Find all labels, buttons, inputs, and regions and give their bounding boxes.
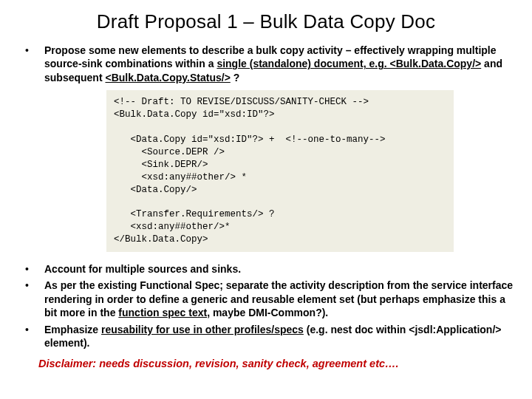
bullet4-u: reusability for use in other profiles/sp… <box>101 324 304 335</box>
bullet-text-post: ? <box>231 72 239 83</box>
bullet-item-reusability: Emphasize reusability for use in other p… <box>18 323 514 350</box>
bullet-text-u2: <Bulk.Data.Copy.Status/> <box>105 72 230 83</box>
disclaimer-text: Disclaimer: needs discussion, revision, … <box>18 358 514 369</box>
slide-title: Draft Proposal 1 – Bulk Data Copy Doc <box>18 10 514 33</box>
code-block: <!-- Draft: TO REVISE/DISCUSS/SANITY-CHE… <box>106 90 454 252</box>
bullet-list-bottom: Account for multiple sources and sinks. … <box>18 262 514 350</box>
bullet-text-u1: single (standalone) document, e.g. <Bulk… <box>216 58 481 69</box>
bullet3-u: function spec text <box>118 307 207 318</box>
bullet3-post: , maybe DMI-Common?). <box>207 307 328 318</box>
bullet-item-account: Account for multiple sources and sinks. <box>18 262 514 276</box>
bullet-item-propose: Propose some new elements to describe a … <box>18 44 514 84</box>
bullet-list-top: Propose some new elements to describe a … <box>18 44 514 84</box>
bullet-item-functional-spec: As per the existing Functional Spec; sep… <box>18 279 514 319</box>
bullet4-pre: Emphasize <box>44 324 101 335</box>
